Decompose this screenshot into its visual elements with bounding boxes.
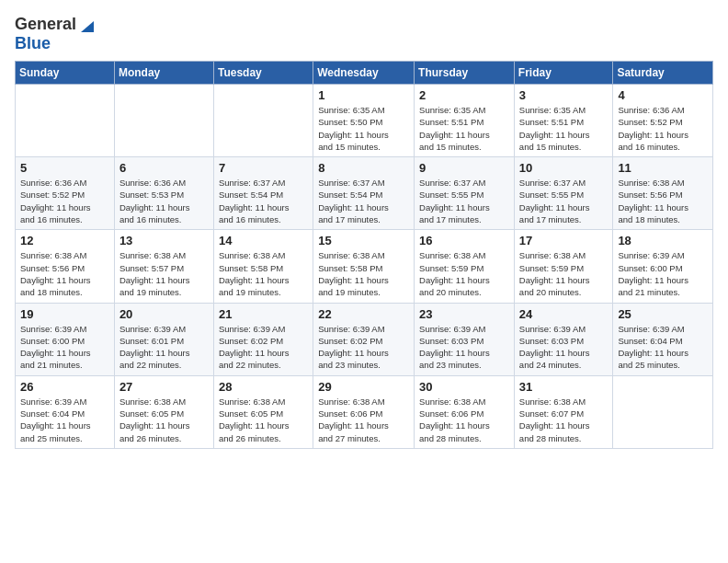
calendar-week-row: 19Sunrise: 6:39 AM Sunset: 6:00 PM Dayli… [16,303,713,375]
calendar-cell: 6Sunrise: 6:36 AM Sunset: 5:53 PM Daylig… [114,157,213,230]
day-header-wednesday: Wednesday [313,62,415,85]
calendar-cell: 17Sunrise: 6:38 AM Sunset: 5:59 PM Dayli… [514,230,613,303]
calendar-header-row: SundayMondayTuesdayWednesdayThursdayFrid… [16,62,713,85]
day-number: 22 [318,307,409,321]
calendar-cell: 13Sunrise: 6:38 AM Sunset: 5:57 PM Dayli… [114,230,213,303]
day-number: 25 [618,307,708,321]
day-info: Sunrise: 6:35 AM Sunset: 5:51 PM Dayligh… [419,104,509,153]
day-number: 20 [119,307,209,321]
day-number: 27 [119,380,209,394]
day-number: 17 [519,234,609,247]
day-number: 12 [20,234,109,247]
day-info: Sunrise: 6:38 AM Sunset: 6:07 PM Dayligh… [519,396,609,444]
day-header-thursday: Thursday [415,62,515,85]
calendar-cell: 20Sunrise: 6:39 AM Sunset: 6:01 PM Dayli… [114,303,213,375]
day-header-monday: Monday [114,62,213,85]
day-info: Sunrise: 6:37 AM Sunset: 5:54 PM Dayligh… [318,177,409,225]
calendar-cell: 10Sunrise: 6:37 AM Sunset: 5:55 PM Dayli… [514,157,613,230]
day-number: 1 [318,88,409,102]
day-number: 9 [419,161,509,175]
day-info: Sunrise: 6:36 AM Sunset: 5:52 PM Dayligh… [618,104,708,153]
day-header-friday: Friday [514,62,613,85]
day-number: 19 [20,307,109,321]
day-number: 11 [618,161,708,175]
day-info: Sunrise: 6:39 AM Sunset: 6:04 PM Dayligh… [20,396,109,444]
calendar-cell: 14Sunrise: 6:38 AM Sunset: 5:58 PM Dayli… [213,230,313,303]
day-info: Sunrise: 6:38 AM Sunset: 5:59 PM Dayligh… [519,249,609,298]
logo: General Blue [15,15,94,53]
calendar-cell: 23Sunrise: 6:39 AM Sunset: 6:03 PM Dayli… [415,303,515,375]
day-number: 30 [419,380,509,394]
logo-general-text: General [15,15,76,34]
day-number: 10 [519,161,609,175]
logo-triangle-icon [77,17,94,34]
day-number: 18 [618,234,708,247]
day-info: Sunrise: 6:38 AM Sunset: 6:06 PM Dayligh… [419,396,509,444]
calendar-cell: 21Sunrise: 6:39 AM Sunset: 6:02 PM Dayli… [213,303,313,375]
day-info: Sunrise: 6:39 AM Sunset: 6:04 PM Dayligh… [618,323,708,372]
calendar-table: SundayMondayTuesdayWednesdayThursdayFrid… [15,61,713,449]
logo-blue-text: Blue [15,34,51,52]
calendar-cell [613,375,713,448]
calendar-cell: 7Sunrise: 6:37 AM Sunset: 5:54 PM Daylig… [213,157,313,230]
calendar-cell: 5Sunrise: 6:36 AM Sunset: 5:52 PM Daylig… [16,157,115,230]
day-info: Sunrise: 6:39 AM Sunset: 6:00 PM Dayligh… [618,249,708,298]
calendar-cell: 27Sunrise: 6:38 AM Sunset: 6:05 PM Dayli… [114,375,213,448]
day-info: Sunrise: 6:38 AM Sunset: 5:57 PM Dayligh… [119,249,209,298]
day-number: 2 [419,88,509,102]
calendar-cell: 12Sunrise: 6:38 AM Sunset: 5:56 PM Dayli… [16,230,115,303]
calendar-cell: 24Sunrise: 6:39 AM Sunset: 6:03 PM Dayli… [514,303,613,375]
day-info: Sunrise: 6:38 AM Sunset: 5:58 PM Dayligh… [318,249,409,298]
day-number: 13 [119,234,209,247]
calendar-cell: 16Sunrise: 6:38 AM Sunset: 5:59 PM Dayli… [415,230,515,303]
day-number: 14 [219,234,308,247]
day-info: Sunrise: 6:38 AM Sunset: 6:06 PM Dayligh… [318,396,409,444]
svg-marker-0 [81,21,94,32]
day-number: 4 [618,88,708,102]
day-number: 28 [219,380,308,394]
day-header-sunday: Sunday [16,62,115,85]
day-info: Sunrise: 6:37 AM Sunset: 5:54 PM Dayligh… [219,177,308,225]
calendar-cell: 9Sunrise: 6:37 AM Sunset: 5:55 PM Daylig… [415,157,515,230]
day-number: 26 [20,380,109,394]
calendar-cell: 30Sunrise: 6:38 AM Sunset: 6:06 PM Dayli… [415,375,515,448]
day-info: Sunrise: 6:39 AM Sunset: 6:01 PM Dayligh… [119,323,209,372]
day-info: Sunrise: 6:38 AM Sunset: 5:56 PM Dayligh… [20,249,109,298]
day-info: Sunrise: 6:39 AM Sunset: 6:02 PM Dayligh… [219,323,308,372]
day-info: Sunrise: 6:35 AM Sunset: 5:51 PM Dayligh… [519,104,609,153]
calendar-cell: 28Sunrise: 6:38 AM Sunset: 6:05 PM Dayli… [213,375,313,448]
calendar-week-row: 1Sunrise: 6:35 AM Sunset: 5:50 PM Daylig… [16,85,713,157]
calendar-cell: 2Sunrise: 6:35 AM Sunset: 5:51 PM Daylig… [415,85,515,157]
day-info: Sunrise: 6:36 AM Sunset: 5:52 PM Dayligh… [20,177,109,225]
day-info: Sunrise: 6:39 AM Sunset: 6:00 PM Dayligh… [20,323,109,372]
day-info: Sunrise: 6:39 AM Sunset: 6:03 PM Dayligh… [419,323,509,372]
day-number: 24 [519,307,609,321]
day-info: Sunrise: 6:39 AM Sunset: 6:03 PM Dayligh… [519,323,609,372]
calendar-cell: 3Sunrise: 6:35 AM Sunset: 5:51 PM Daylig… [514,85,613,157]
calendar-cell: 19Sunrise: 6:39 AM Sunset: 6:00 PM Dayli… [16,303,115,375]
day-number: 15 [318,234,409,247]
day-info: Sunrise: 6:38 AM Sunset: 5:58 PM Dayligh… [219,249,308,298]
day-number: 6 [119,161,209,175]
day-info: Sunrise: 6:36 AM Sunset: 5:53 PM Dayligh… [119,177,209,225]
calendar-cell: 15Sunrise: 6:38 AM Sunset: 5:58 PM Dayli… [313,230,415,303]
calendar-cell [16,85,115,157]
calendar-cell: 29Sunrise: 6:38 AM Sunset: 6:06 PM Dayli… [313,375,415,448]
day-info: Sunrise: 6:38 AM Sunset: 6:05 PM Dayligh… [119,396,209,444]
calendar-cell: 25Sunrise: 6:39 AM Sunset: 6:04 PM Dayli… [613,303,713,375]
day-info: Sunrise: 6:37 AM Sunset: 5:55 PM Dayligh… [519,177,609,225]
day-number: 8 [318,161,409,175]
calendar-cell: 11Sunrise: 6:38 AM Sunset: 5:56 PM Dayli… [613,157,713,230]
day-info: Sunrise: 6:37 AM Sunset: 5:55 PM Dayligh… [419,177,509,225]
page-header: General Blue [15,15,713,53]
calendar-cell: 22Sunrise: 6:39 AM Sunset: 6:02 PM Dayli… [313,303,415,375]
day-number: 21 [219,307,308,321]
day-number: 23 [419,307,509,321]
day-number: 16 [419,234,509,247]
day-header-tuesday: Tuesday [213,62,313,85]
day-info: Sunrise: 6:38 AM Sunset: 5:56 PM Dayligh… [618,177,708,225]
day-info: Sunrise: 6:35 AM Sunset: 5:50 PM Dayligh… [318,104,409,153]
day-info: Sunrise: 6:39 AM Sunset: 6:02 PM Dayligh… [318,323,409,372]
day-info: Sunrise: 6:38 AM Sunset: 6:05 PM Dayligh… [219,396,308,444]
calendar-cell: 8Sunrise: 6:37 AM Sunset: 5:54 PM Daylig… [313,157,415,230]
